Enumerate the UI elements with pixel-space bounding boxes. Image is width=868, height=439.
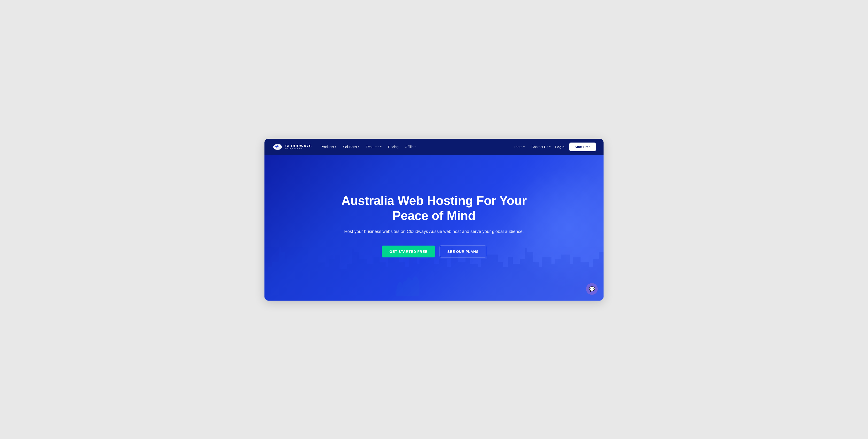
chevron-down-icon: ▾ bbox=[549, 145, 551, 148]
svg-rect-49 bbox=[525, 252, 533, 300]
svg-rect-7 bbox=[279, 247, 281, 252]
get-started-button[interactable]: GET STARTED FREE bbox=[382, 245, 435, 258]
page-wrapper: CLOUDWAYS by DigitalOcean Products ▾ Sol… bbox=[265, 139, 603, 300]
navbar: CLOUDWAYS by DigitalOcean Products ▾ Sol… bbox=[265, 139, 603, 155]
svg-rect-62 bbox=[599, 252, 603, 300]
logo[interactable]: CLOUDWAYS by DigitalOcean bbox=[272, 143, 312, 151]
svg-rect-40 bbox=[469, 264, 477, 300]
nav-right-links: Learn ▾ Contact Us ▾ bbox=[514, 145, 550, 149]
navbar-right: Learn ▾ Contact Us ▾ Login Start Free bbox=[514, 143, 596, 151]
hero-content: Australia Web Hosting For Your Peace of … bbox=[325, 193, 543, 258]
chat-icon: 💬 bbox=[589, 286, 595, 292]
nav-item-pricing[interactable]: Pricing bbox=[388, 145, 399, 149]
hero-buttons: GET STARTED FREE SEE OUR PLANS bbox=[325, 245, 543, 258]
chevron-down-icon: ▾ bbox=[358, 145, 359, 148]
navbar-left: CLOUDWAYS by DigitalOcean Products ▾ Sol… bbox=[272, 143, 416, 151]
hero-title: Australia Web Hosting For Your Peace of … bbox=[325, 193, 543, 223]
chevron-down-icon: ▾ bbox=[523, 145, 525, 148]
nav-item-learn[interactable]: Learn ▾ bbox=[514, 145, 525, 149]
nav-item-contact-us[interactable]: Contact Us ▾ bbox=[531, 145, 550, 149]
svg-rect-5 bbox=[272, 262, 280, 300]
logo-name: CLOUDWAYS bbox=[285, 144, 312, 148]
chevron-down-icon: ▾ bbox=[335, 145, 336, 148]
svg-rect-38 bbox=[457, 262, 467, 300]
svg-point-1 bbox=[279, 144, 281, 147]
see-plans-button[interactable]: SEE OUR PLANS bbox=[440, 245, 486, 258]
svg-rect-53 bbox=[542, 257, 552, 300]
svg-rect-8 bbox=[284, 259, 293, 300]
nav-item-solutions[interactable]: Solutions ▾ bbox=[343, 145, 359, 149]
chevron-down-icon: ▾ bbox=[380, 145, 381, 148]
nav-item-affiliate[interactable]: Affiliate bbox=[405, 145, 416, 149]
svg-rect-31 bbox=[420, 259, 429, 300]
nav-left-links: Products ▾ Solutions ▾ Features ▾ Pricin… bbox=[321, 145, 416, 149]
svg-point-2 bbox=[274, 147, 276, 149]
cloudways-logo-icon bbox=[272, 143, 283, 151]
login-button[interactable]: Login bbox=[555, 145, 564, 149]
svg-rect-59 bbox=[579, 262, 589, 300]
svg-rect-21 bbox=[358, 259, 367, 300]
logo-sub: by DigitalOcean bbox=[285, 148, 312, 150]
svg-rect-11 bbox=[303, 257, 314, 300]
logo-text: CLOUDWAYS by DigitalOcean bbox=[285, 144, 312, 150]
svg-rect-43 bbox=[487, 255, 498, 300]
svg-rect-22 bbox=[366, 264, 375, 300]
nav-item-features[interactable]: Features ▾ bbox=[366, 145, 381, 149]
svg-rect-63 bbox=[265, 298, 603, 300]
start-free-button[interactable]: Start Free bbox=[569, 143, 596, 151]
svg-rect-56 bbox=[561, 255, 569, 300]
svg-rect-13 bbox=[316, 262, 325, 300]
svg-rect-17 bbox=[338, 269, 348, 300]
hero-section: Australia Web Hosting For Your Peace of … bbox=[265, 155, 603, 300]
nav-item-products[interactable]: Products ▾ bbox=[321, 145, 336, 149]
hero-subtitle: Host your business websites on Cloudways… bbox=[325, 228, 543, 235]
svg-rect-47 bbox=[512, 264, 521, 300]
svg-rect-34 bbox=[439, 259, 447, 300]
chat-widget-button[interactable]: 💬 bbox=[586, 283, 598, 295]
